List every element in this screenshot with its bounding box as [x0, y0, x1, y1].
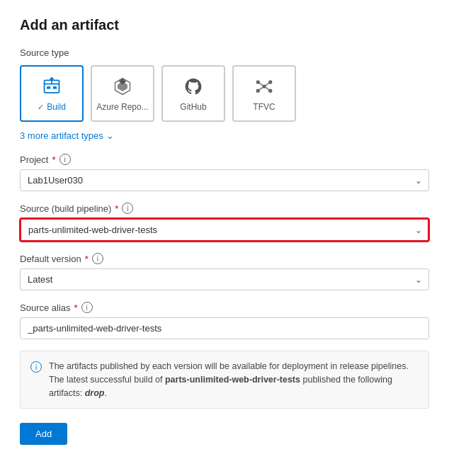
source-alias-label: Source alias * i — [20, 302, 429, 313]
project-required: * — [52, 154, 55, 165]
info-box: i The artifacts published by each versio… — [20, 351, 429, 409]
source-pipeline-required: * — [115, 203, 118, 214]
default-version-group: Default version * i Latest ⌄ — [20, 253, 429, 290]
project-label: Project * i — [20, 154, 429, 165]
default-version-select[interactable]: Latest — [20, 268, 429, 290]
info-box-icon: i — [30, 361, 42, 373]
source-alias-group: Source alias * i — [20, 302, 429, 339]
source-type-label: Source type — [20, 47, 429, 58]
source-pipeline-group: Source (build pipeline) * i parts-unlimi… — [20, 203, 429, 242]
svg-line-17 — [264, 86, 271, 91]
tfvc-icon — [253, 75, 275, 98]
add-button[interactable]: Add — [20, 423, 67, 445]
source-type-github[interactable]: GitHub — [161, 65, 225, 122]
svg-line-15 — [264, 82, 271, 86]
build-icon — [40, 75, 63, 98]
source-type-tfvc[interactable]: TFVC — [232, 65, 296, 122]
project-group: Project * i Lab1User030 ⌄ — [20, 154, 429, 191]
more-artifact-types-link[interactable]: 3 more artifact types ⌄ — [20, 130, 114, 141]
tfvc-label: TFVC — [253, 102, 275, 112]
source-type-azure-repo[interactable]: Azure Repo... — [91, 65, 154, 122]
github-label: GitHub — [180, 102, 206, 112]
svg-rect-2 — [47, 86, 50, 89]
default-version-info-icon[interactable]: i — [92, 253, 103, 264]
source-type-selector: ✓ Build Azure Repo... GitHub — [20, 65, 429, 122]
source-pipeline-select-wrapper: parts-unlimited-web-driver-tests ⌄ — [20, 218, 429, 242]
chevron-down-icon: ⌄ — [106, 130, 114, 141]
svg-rect-3 — [53, 86, 57, 89]
project-select-wrapper: Lab1User030 ⌄ — [20, 169, 429, 191]
source-type-build[interactable]: ✓ Build — [20, 65, 84, 122]
github-icon — [182, 75, 205, 98]
default-version-select-wrapper: Latest ⌄ — [20, 268, 429, 290]
svg-line-14 — [258, 82, 264, 86]
project-info-icon[interactable]: i — [59, 154, 71, 165]
source-pipeline-info-icon[interactable]: i — [122, 203, 133, 214]
info-box-text: The artifacts published by each version … — [49, 360, 419, 400]
azure-repo-label: Azure Repo... — [96, 102, 148, 112]
page-title: Add an artifact — [20, 17, 429, 33]
svg-line-16 — [258, 86, 264, 91]
azure-repo-icon — [111, 75, 134, 98]
source-alias-required: * — [74, 302, 78, 313]
source-pipeline-label: Source (build pipeline) * i — [20, 203, 429, 214]
default-version-label: Default version * i — [20, 253, 429, 264]
project-select[interactable]: Lab1User030 — [20, 169, 429, 191]
source-pipeline-select[interactable]: parts-unlimited-web-driver-tests — [20, 218, 429, 242]
default-version-required: * — [85, 254, 89, 264]
source-alias-info-icon[interactable]: i — [81, 302, 93, 313]
source-alias-input[interactable] — [20, 317, 429, 339]
build-label: ✓ Build — [38, 102, 66, 112]
